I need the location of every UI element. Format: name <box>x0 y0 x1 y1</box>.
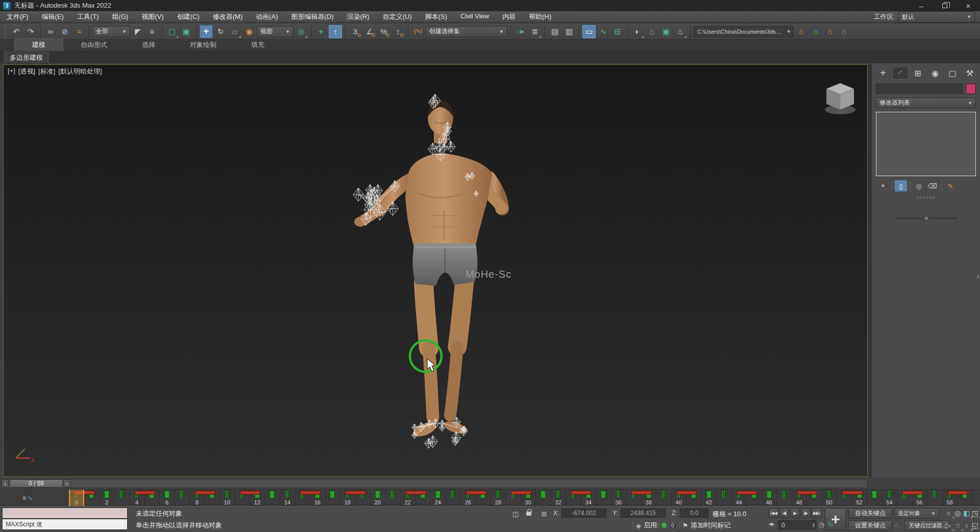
keyframe-marker[interactable] <box>286 491 289 498</box>
track-bar-frames[interactable]: 0246810121416182022242628303234363840424… <box>0 490 980 506</box>
degradation-toggle[interactable]: 0 <box>669 522 677 529</box>
maxscript-output-field[interactable] <box>2 507 128 519</box>
maxscript-mini-listener[interactable]: MAXScript 迷 <box>2 519 128 530</box>
menu-item[interactable]: 脚本(S) <box>419 11 454 22</box>
frame-tick[interactable] <box>792 490 792 506</box>
undo-button[interactable]: ↶ <box>10 25 23 38</box>
frame-tick[interactable] <box>430 490 431 506</box>
next-frame-button[interactable]: |▶ <box>801 508 811 518</box>
frame-tick[interactable] <box>566 490 566 506</box>
menu-item[interactable]: 内容 <box>496 11 522 22</box>
menu-item[interactable]: 动画(A) <box>249 11 284 22</box>
frame-tick[interactable] <box>716 490 717 506</box>
range-key-marker[interactable] <box>300 491 321 495</box>
play-button[interactable]: ▶ <box>790 508 800 518</box>
track-bar-current-frame-handle[interactable] <box>69 490 84 506</box>
previous-frame-button[interactable]: ◀| <box>779 508 789 518</box>
frame-tick[interactable] <box>626 490 626 506</box>
menu-item[interactable]: 组(G) <box>106 11 135 22</box>
workspace-door-2-button[interactable]: ⌂ <box>809 25 822 38</box>
menu-item[interactable]: 文件(F) <box>0 11 35 22</box>
named-selection-sets-dropdown[interactable]: 创建选择集▼ <box>426 26 507 37</box>
bind-spacewarp-button[interactable]: ≈ <box>72 25 86 38</box>
rendered-frame-button[interactable]: ▣ <box>659 25 673 38</box>
frame-tick[interactable] <box>370 490 371 506</box>
close-button[interactable]: × <box>957 0 980 11</box>
curve-editor-button[interactable]: ∿ <box>597 25 610 38</box>
range-key-marker[interactable] <box>195 491 215 495</box>
panel-resize-grip[interactable] <box>917 197 935 199</box>
lock-selection-button[interactable] <box>524 509 534 519</box>
keyframe-marker[interactable] <box>104 491 109 498</box>
object-color-swatch[interactable] <box>966 84 976 94</box>
keyframe-marker[interactable] <box>933 491 937 498</box>
keyframe-marker[interactable] <box>375 491 380 498</box>
ribbon-tab-2[interactable]: 选择 <box>125 39 173 51</box>
range-key-marker[interactable] <box>466 491 486 495</box>
keyframe-marker[interactable] <box>391 491 395 498</box>
frame-tick[interactable] <box>99 490 100 506</box>
go-to-end-button[interactable]: ▶▶| <box>812 508 821 518</box>
range-key-marker[interactable] <box>631 491 652 495</box>
toolbar-grip[interactable] <box>4 25 7 38</box>
frame-tick[interactable] <box>656 490 656 506</box>
track-bar[interactable]: ≡∿ 0246810121416182022242628303234363840… <box>0 489 980 505</box>
frame-tick[interactable] <box>280 490 280 506</box>
time-tag-icon[interactable]: ⚑ <box>682 522 689 529</box>
frame-tick[interactable] <box>506 490 506 506</box>
scene-explorer-button[interactable]: ▤ <box>548 25 561 38</box>
time-slider-handle[interactable]: 0 / 59 <box>10 479 63 488</box>
keyframe-marker[interactable] <box>557 491 560 498</box>
frame-tick[interactable] <box>596 490 596 506</box>
workspace-door-3-button[interactable]: ⌂ <box>823 25 837 38</box>
make-unique-button[interactable]: ◎ <box>913 180 925 191</box>
security-shield-icon[interactable]: ◈ <box>636 522 641 529</box>
selection-filter-dropdown[interactable]: 全部▼ <box>92 26 130 37</box>
range-key-marker[interactable] <box>571 491 592 495</box>
frame-tick[interactable] <box>325 490 326 506</box>
range-key-marker[interactable] <box>842 491 863 495</box>
workspace-door-1-button[interactable]: ⌂ <box>795 25 808 38</box>
frame-tick[interactable] <box>535 490 536 506</box>
frame-tick[interactable] <box>972 490 973 506</box>
key-selection-set-dropdown[interactable]: 选定对象▼ <box>894 508 939 519</box>
viewcube[interactable] <box>825 83 855 114</box>
reference-coordinate-dropdown[interactable]: 视图▼ <box>257 26 293 37</box>
menu-item[interactable]: 编辑(E) <box>35 11 70 22</box>
frame-tick[interactable] <box>385 490 386 506</box>
frame-tick[interactable] <box>114 490 115 506</box>
keyframe-marker[interactable] <box>541 491 546 498</box>
minimize-button[interactable]: – <box>910 0 933 11</box>
range-key-marker[interactable] <box>135 491 155 495</box>
schematic-view-button[interactable]: ⊟ <box>611 25 624 38</box>
frame-tick[interactable] <box>837 490 837 506</box>
select-object-button[interactable]: ◤ <box>131 25 144 38</box>
transform-typein-mode-button[interactable]: ⊞ <box>539 509 549 519</box>
frame-tick[interactable] <box>701 490 702 506</box>
menu-item[interactable]: 帮助(H) <box>522 11 558 22</box>
menu-item[interactable]: 渲染(R) <box>340 11 376 22</box>
edit-named-sets-button[interactable]: {✎} <box>411 25 425 38</box>
frame-tick[interactable] <box>776 490 777 506</box>
menu-item[interactable]: Civil View <box>454 11 496 22</box>
angle-snap-button[interactable]: ∠Ω <box>363 25 376 38</box>
frame-tick[interactable] <box>927 490 927 506</box>
keyboard-override-button[interactable]: ↑ <box>329 25 342 38</box>
align-button[interactable]: ≣ <box>528 25 542 38</box>
layer-explorer-button[interactable]: ▥ <box>562 25 576 38</box>
frame-tick[interactable] <box>762 490 762 506</box>
remove-modifier-button[interactable]: ⌫ <box>926 180 939 191</box>
menu-item[interactable]: 自定义(U) <box>376 11 419 22</box>
range-key-marker[interactable] <box>797 491 818 495</box>
isolate-selection-button[interactable]: ◫ <box>510 509 521 519</box>
menu-item[interactable]: 创建(C) <box>170 11 206 22</box>
material-editor-button[interactable]: ◐ <box>631 25 644 38</box>
range-key-marker[interactable] <box>240 491 260 495</box>
frame-tick[interactable] <box>882 490 883 506</box>
frame-tick[interactable] <box>400 490 401 506</box>
modifier-list-dropdown[interactable]: 修改器列表▼ <box>876 98 976 108</box>
frame-tick[interactable] <box>265 490 265 506</box>
render-setup-button[interactable]: ♨ <box>645 25 658 38</box>
spinner-snap-button[interactable]: ↕Ω <box>391 25 405 38</box>
keyframe-marker[interactable] <box>270 491 275 498</box>
